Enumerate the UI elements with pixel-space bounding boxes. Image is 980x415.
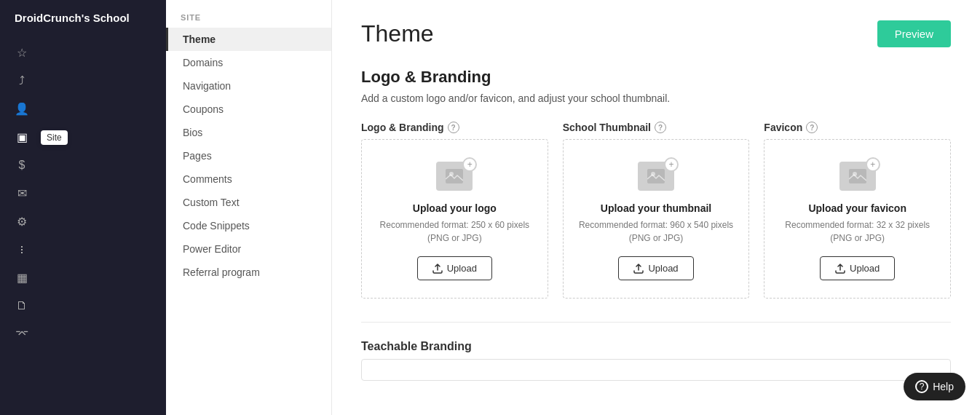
sidebar-item-site[interactable]: ▣ Site — [0, 123, 166, 151]
sub-nav-item-theme[interactable]: Theme — [166, 28, 331, 51]
sidebar-item-star[interactable]: ☆ — [0, 39, 166, 67]
help-circle-icon: ? — [915, 380, 928, 393]
page-header: Theme Preview — [361, 20, 951, 47]
sub-nav-section-label: SITE — [166, 0, 331, 28]
logo-branding-desc: Add a custom logo and/or favicon, and ad… — [361, 92, 951, 104]
thumbnail-upload-card: Upload your thumbnail Recommended format… — [563, 139, 750, 299]
favicon-placeholder-icon — [839, 162, 876, 191]
teachable-branding-content — [361, 359, 951, 381]
calendar-icon: ▦ — [15, 271, 29, 285]
main-content: Theme Preview Logo & Branding Add a cust… — [332, 0, 980, 415]
sub-nav-item-custom-text[interactable]: Custom Text — [166, 191, 331, 214]
logo-placeholder-icon — [436, 162, 473, 191]
preview-button[interactable]: Preview — [877, 20, 951, 47]
upload-icon — [432, 264, 443, 274]
card-label-row: Logo & Branding ? School Thumbnail ? Fav… — [361, 122, 951, 133]
logo-branding-section: Logo & Branding Add a custom logo and/or… — [361, 68, 951, 299]
logo-branding-title: Logo & Branding — [361, 68, 951, 87]
sidebar-item-email[interactable]: ✉ — [0, 179, 166, 208]
school-name: DroidCrunch's School — [0, 0, 166, 36]
analytics-icon: ⤴ — [15, 74, 29, 87]
sidebar-item-library[interactable]: ⫶ — [0, 236, 166, 264]
logo-card-desc: Recommended format: 250 x 60 pixels (PNG… — [376, 218, 533, 245]
chart-icon: ⌤ — [15, 327, 29, 341]
sidebar-item-users[interactable]: 👤 — [0, 95, 166, 123]
upload-cards-row: Upload your logo Recommended format: 250… — [361, 139, 951, 299]
sub-nav-item-coupons[interactable]: Coupons — [166, 98, 331, 121]
thumbnail-card-title: Upload your thumbnail — [601, 202, 711, 214]
thumbnail-placeholder-icon — [638, 162, 674, 191]
star-icon: ☆ — [15, 46, 29, 60]
thumbnail-help-icon[interactable]: ? — [655, 122, 666, 133]
sidebar-icon-list: ☆ ⤴ 👤 ▣ Site $ ✉ ⚙ ⫶ ▦ 🗋 ⌤ — [0, 36, 166, 348]
thumbnail-card-desc: Recommended format: 960 x 540 pixels (PN… — [578, 218, 735, 245]
favicon-upload-button[interactable]: Upload — [820, 256, 895, 280]
thumbnail-label: School Thumbnail ? — [563, 122, 750, 133]
sidebar-item-analytics[interactable]: ⤴ — [0, 67, 166, 95]
sidebar-item-revenue[interactable]: $ — [0, 151, 166, 179]
sub-nav-item-domains[interactable]: Domains — [166, 51, 331, 74]
sub-nav-item-code-snippets[interactable]: Code Snippets — [166, 214, 331, 237]
library-icon: ⫶ — [15, 243, 29, 256]
logo-card-title: Upload your logo — [413, 202, 497, 214]
upload-icon — [835, 264, 845, 274]
site-icon: ▣ — [15, 130, 29, 144]
logo-upload-button[interactable]: Upload — [417, 256, 492, 280]
teachable-branding-title: Teachable Branding — [361, 340, 951, 353]
sub-nav-item-pages[interactable]: Pages — [166, 144, 331, 167]
users-icon: 👤 — [15, 102, 29, 116]
upload-icon — [633, 264, 644, 274]
sidebar-item-settings[interactable]: ⚙ — [0, 208, 166, 236]
settings-icon: ⚙ — [15, 215, 29, 229]
logo-upload-card: Upload your logo Recommended format: 250… — [361, 139, 548, 299]
favicon-help-icon[interactable]: ? — [806, 122, 818, 133]
help-button[interactable]: ? Help — [904, 373, 965, 400]
sub-nav-item-comments[interactable]: Comments — [166, 167, 331, 191]
thumbnail-upload-button[interactable]: Upload — [618, 256, 693, 280]
favicon-label: Favicon ? — [764, 122, 951, 133]
sidebar-item-chart[interactable]: ⌤ — [0, 320, 166, 348]
revenue-icon: $ — [15, 159, 29, 172]
page-title: Theme — [361, 20, 434, 47]
email-icon: ✉ — [15, 186, 29, 200]
page-icon: 🗋 — [15, 299, 29, 312]
logo-label: Logo & Branding ? — [361, 122, 548, 133]
sub-nav-item-power-editor[interactable]: Power Editor — [166, 237, 331, 261]
sidebar-item-page[interactable]: 🗋 — [0, 292, 166, 320]
site-tooltip: Site — [41, 130, 68, 145]
sub-nav-item-navigation[interactable]: Navigation — [166, 74, 331, 98]
favicon-card-title: Upload your favicon — [808, 202, 906, 214]
sidebar: DroidCrunch's School ☆ ⤴ 👤 ▣ Site $ ✉ ⚙ … — [0, 0, 166, 415]
sub-nav-item-referral[interactable]: Referral program — [166, 261, 331, 284]
teachable-branding-section: Teachable Branding — [361, 322, 951, 381]
logo-help-icon[interactable]: ? — [448, 122, 459, 133]
sub-nav-item-bios[interactable]: Bios — [166, 121, 331, 144]
sidebar-item-calendar[interactable]: ▦ — [0, 264, 166, 292]
favicon-upload-card: Upload your favicon Recommended format: … — [764, 139, 951, 299]
favicon-card-desc: Recommended format: 32 x 32 pixels (PNG … — [779, 218, 936, 245]
sub-nav: SITE Theme Domains Navigation Coupons Bi… — [166, 0, 332, 415]
